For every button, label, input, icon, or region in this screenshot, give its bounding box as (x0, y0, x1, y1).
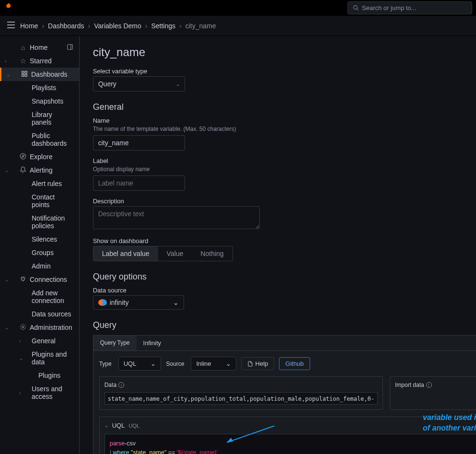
svg-rect-3 (25, 71, 27, 73)
sidebar-item-groups[interactable]: Groups (0, 246, 79, 259)
sidebar-item-users-access[interactable]: › Users and access (0, 382, 79, 403)
show-label: Show on dashboard (93, 237, 476, 244)
show-opt-value[interactable]: Value (158, 246, 192, 261)
sidebar-item-silences[interactable]: Silences (0, 233, 79, 246)
global-search-input[interactable]: Search or jump to... (348, 1, 472, 14)
svg-point-0 (354, 6, 358, 10)
dashboards-icon (21, 70, 28, 79)
var-type-label: Select variable type (93, 68, 476, 75)
home-icon: ⌂ (19, 44, 27, 51)
source-select[interactable]: Inline⌄ (191, 357, 236, 371)
bc-home[interactable]: Home (20, 22, 38, 30)
svg-marker-7 (22, 155, 24, 157)
main-content: city_name Select variable type Query⌄ Ge… (80, 36, 476, 454)
chevron-right-icon: › (5, 58, 6, 64)
label-hint: Optional display name (93, 166, 476, 173)
data-label: Data (104, 382, 116, 388)
label-label: Label (93, 157, 476, 164)
sidebar-item-plugins[interactable]: Plugins (0, 369, 79, 382)
uql-section: ⌄ UQL UQL ▷ parse-csv | where "state_nam… (99, 417, 476, 454)
sidebar-item-alert-rules[interactable]: Alert rules (0, 177, 79, 190)
sidebar-item-dashboards[interactable]: ⌄ Dashboards (0, 68, 79, 81)
desc-label: Description (93, 198, 476, 205)
sidebar-item-general[interactable]: › General (0, 334, 79, 348)
sidebar-item-public-dashboards[interactable]: Public dashboards (0, 129, 79, 150)
gear-icon (19, 324, 27, 332)
chevron-right-icon: › (19, 338, 21, 344)
label-input[interactable] (93, 175, 185, 191)
sidebar-item-connections[interactable]: ⌄ Connections (0, 273, 79, 286)
chevron-down-icon: ⌄ (226, 360, 231, 367)
type-select[interactable]: UQL⌄ (118, 357, 162, 371)
uql-sub: UQL (128, 423, 139, 429)
datasource-select[interactable]: infinity ⌄ (93, 295, 184, 310)
sidebar-item-plugins-data[interactable]: ⌄ Plugins and data (0, 348, 79, 369)
uql-label: UQL (112, 422, 125, 429)
sidebar-item-alert-admin[interactable]: Admin (0, 259, 79, 273)
sidebar-item-add-connection[interactable]: Add new connection (0, 286, 79, 307)
bc-current: city_name (186, 22, 216, 30)
name-input[interactable] (93, 135, 185, 151)
svg-point-6 (20, 153, 26, 159)
star-icon: ☆ (19, 57, 27, 65)
chevron-down-icon: ⌄ (19, 356, 23, 361)
data-box: Data i state_name,name_of_city,populatio… (99, 376, 383, 410)
var-type-select[interactable]: Query⌄ (93, 76, 185, 92)
sidebar-item-explore[interactable]: Explore (0, 150, 79, 163)
chevron-down-icon[interactable]: ⌄ (104, 423, 108, 428)
bc-settings[interactable]: Settings (151, 22, 175, 30)
dock-icon[interactable] (67, 44, 73, 52)
sidebar-item-administration[interactable]: ⌄ Administration (0, 321, 79, 334)
show-on-dashboard-radio: Label and value Value Nothing (93, 246, 233, 261)
type-label: Type (99, 361, 112, 367)
chevron-down-icon: ⌄ (5, 168, 9, 173)
svg-rect-4 (22, 74, 24, 76)
search-placeholder: Search or jump to... (362, 4, 416, 12)
bell-icon (19, 166, 27, 175)
chevron-down-icon: ⌄ (151, 360, 156, 367)
desc-textarea[interactable] (93, 206, 260, 229)
sidebar-item-contact-points[interactable]: Contact points (0, 190, 79, 211)
compass-icon (19, 153, 27, 161)
sidebar-item-library-panels[interactable]: Library panels (0, 108, 79, 129)
sidebar-item-notification-policies[interactable]: Notification policies (0, 211, 79, 233)
svg-point-8 (22, 326, 24, 328)
name-label: Name (93, 117, 476, 124)
grafana-logo-icon[interactable] (4, 2, 13, 14)
show-opt-label-value[interactable]: Label and value (93, 246, 158, 261)
breadcrumb: Home› Dashboards› Variables Demo› Settin… (20, 22, 216, 30)
chevron-down-icon: ⌄ (176, 81, 180, 87)
plug-icon (19, 276, 27, 284)
chevron-right-icon: › (19, 390, 21, 396)
sidebar-item-playlists[interactable]: Playlists (0, 81, 79, 94)
sidebar-item-alerting[interactable]: ⌄ Alerting (0, 163, 79, 177)
bc-dashboards[interactable]: Dashboards (48, 22, 84, 30)
svg-rect-5 (25, 74, 27, 76)
svg-rect-2 (22, 71, 24, 73)
uql-code-editor[interactable]: ▷ parse-csv | where "state_name" == '${s… (104, 434, 476, 454)
sidebar-item-data-sources[interactable]: Data sources (0, 307, 79, 321)
info-icon[interactable]: i (426, 382, 432, 388)
chevron-down-icon: ⌄ (5, 277, 9, 282)
hamburger-menu-icon[interactable] (7, 21, 15, 31)
sidebar-item-home[interactable]: ⌂ Home (0, 41, 79, 54)
sidebar-item-snapshots[interactable]: Snapshots (0, 94, 79, 108)
import-label: Import data (395, 382, 424, 388)
info-icon[interactable]: i (118, 382, 124, 388)
query-type-value[interactable]: Infinity (137, 336, 476, 350)
svg-rect-1 (67, 44, 72, 49)
sidebar-item-starred[interactable]: › ☆ Starred (0, 54, 79, 68)
ds-label: Data source (93, 287, 476, 294)
query-editor-box: Query Type Infinity Type UQL⌄ Source Inl… (93, 335, 476, 454)
bc-dashboard-name[interactable]: Variables Demo (94, 22, 141, 30)
help-button[interactable]: Help (241, 357, 275, 370)
chevron-down-icon: ⌄ (173, 299, 179, 306)
show-opt-nothing[interactable]: Nothing (192, 246, 232, 261)
github-button[interactable]: Github (279, 357, 310, 370)
sidebar-nav: ⌂ Home › ☆ Starred ⌄ Dashboards Playlist… (0, 36, 80, 454)
name-hint: The name of the template variable. (Max.… (93, 126, 476, 132)
source-label: Source (166, 361, 184, 367)
query-options-heading: Query options (93, 272, 476, 282)
import-data-box: Import data i (390, 376, 476, 410)
data-textarea[interactable]: state_name,name_of_city,population_total… (104, 392, 378, 405)
